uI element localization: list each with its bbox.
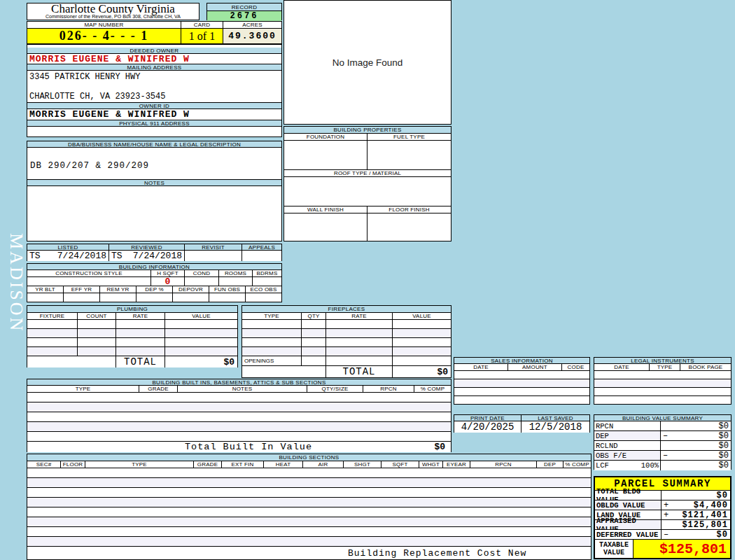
fireplaces-total-value: $0 [393,366,451,377]
type-header: TYPE [242,313,302,319]
fireplaces-total-row: TOTAL $0 [242,366,451,377]
rpcn-header: RPCN [470,461,537,468]
notes-label: NOTES [27,180,281,186]
building-properties-title: BUILDING PROPERTIES [284,127,451,134]
funobs-header: FUN OBS [209,286,246,293]
bvs-row-obs: OBS F/E – $0 [594,451,731,461]
floor-header: FLOOR [61,461,85,468]
dba-label: DBA/BUISNESS NAME/HOUSE NAME & LEGAL DES… [27,141,281,148]
revisit-label: REVISIT [185,244,242,250]
building-information-title: BUILDING INFORMATION [27,264,281,270]
parcel-op: – [662,530,671,539]
fixture-header: FIXTURE [27,313,78,319]
cond-header: COND [185,270,219,276]
bdrms-value [253,277,281,286]
parcel-row-total-bldg: TOTAL BLDG VALUE $0 [595,491,730,500]
table-row [454,388,589,396]
bvs-op [661,441,670,450]
bvs-value: $0 [670,441,731,450]
value-header: VALUE [393,313,451,319]
shgt-header: SHGT [344,461,382,468]
date-header: DATE [594,364,650,370]
table-row [242,347,451,356]
sec-header: SEC# [27,461,61,468]
reviewed-by: TS [111,251,122,261]
taxable-value-label: TAXABLE VALUE [595,540,634,558]
rate-header: RATE [116,313,165,319]
owner-id-value: MORRIS EUGENE & WINIFRED W [27,109,281,120]
table-row [27,488,591,498]
reviewed-label: REVIEWED [109,244,185,250]
amount-header: AMOUNT [508,364,562,370]
type-header: TYPE [650,364,680,370]
parcel-op [662,491,671,500]
reviewed-date: 7/24/2018 [133,251,182,261]
fireplaces-total-label: TOTAL [326,366,393,377]
depovr-header: DEPOVR [173,286,209,293]
plumbing-total-label: TOTAL [116,356,165,368]
parcel-value: $0 [671,491,730,500]
map-number-value: 026- - 4- - - 1 [27,29,181,43]
parcel-op [662,520,671,529]
bdrms-header: BDRMS [253,270,281,276]
record-label: RECORD [207,4,281,11]
bvs-row-rclnd: RCLND $0 [594,441,731,451]
print-date-value: 4/20/2025 [454,421,522,433]
legal-description-value: DB 290/207 & 290/209 [27,148,281,180]
date-header: DATE [454,364,508,370]
qty-size-header: QTY/SIZE [307,386,363,392]
built-ins-total-row: Total Built In Value $0 [27,442,451,452]
remyr-header: REM YR [100,286,136,293]
bvs-label: DEP [594,431,661,440]
parcel-value: $121,401 [671,510,730,519]
value-header: VALUE [165,313,237,319]
yrblt-header: YR BLT [27,286,64,293]
table-row [27,537,591,547]
agency-title-box: Charlotte County Virginia Commissioner o… [27,3,200,20]
openings-row: OPENINGS [242,356,451,366]
sales-information-table: SALES INFORMATION DATE AMOUNT CODE [454,357,590,405]
owner-panel: DEEDED OWNER MORRIS EUGENE & WINIFRED W … [27,44,282,137]
bvs-value: $0 [670,461,731,470]
legal-description-panel: DBA/BUISNESS NAME/HOUSE NAME & LEGAL DES… [27,141,282,241]
bvs-value: $0 [670,451,731,460]
type-header: TYPE [85,461,194,468]
parcel-value: $0 [671,530,730,539]
property-image-panel: No Image Found [284,0,451,125]
parcel-label: TOTAL BLDG VALUE [595,491,662,500]
rate-header: RATE [326,313,393,319]
bvs-label: OBS F/E [594,451,661,460]
card-label: CARD [181,22,223,28]
effyr-header: EFF YR [64,286,100,293]
listed-date: 7/24/2018 [57,251,106,261]
last-saved-value: 12/5/2018 [522,421,589,433]
eyear-header: EYEAR [443,461,470,468]
air-header: AIR [303,461,344,468]
plumbing-total-value: $0 [165,356,237,368]
extfin-header: EXT FIN [222,461,264,468]
bvs-row-dep: DEP – $0 [594,431,731,441]
table-row [594,388,731,396]
fuel-type-label: FUEL TYPE [368,134,451,140]
building-information-table: BUILDING INFORMATION CONSTRUCTION STYLE … [27,263,282,302]
table-row [27,468,591,478]
wall-finish-value [284,214,368,241]
parcel-op: + [662,500,671,510]
legal-instruments-title: LEGAL INSTRUMENTS [594,358,731,364]
wall-floor-values [284,214,451,241]
table-row [27,320,237,329]
bvs-value: $0 [670,431,731,440]
bvs-op [661,461,670,470]
building-sections-title: BUILDING SECTIONS [27,454,591,461]
parcel-label: DEFERRED VALUE [595,530,662,539]
parcel-row-taxable: TAXABLE VALUE $125,801 [595,540,730,558]
bvs-lcf-percent: 100% [641,461,659,470]
rpcn-header: RPCN [363,386,414,392]
owner-id-label: OWNER ID [27,103,281,109]
bvs-op [661,421,670,430]
roof-type-value [284,177,451,206]
ecoobs-header: ECO OBS [246,286,281,293]
bvs-op: – [661,431,670,440]
openings-label: OPENINGS [242,356,302,365]
physical-911-address-value [27,127,281,136]
